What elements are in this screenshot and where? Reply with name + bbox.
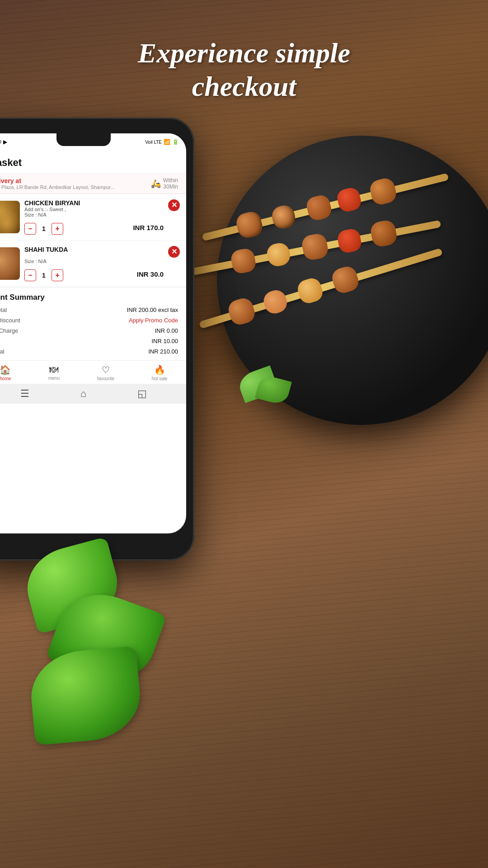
delivery-banner: Delivery at GVR Plaza, LR Bande Rd, Ambe… (0, 174, 186, 194)
biryani-info: CHICKEN BIRYANI Add on's :- Sweet , Size… (24, 199, 164, 235)
pepper-yellow (265, 241, 292, 268)
within-label: Within (163, 177, 178, 184)
meat-10 (330, 264, 361, 295)
cart-item-tukda: SHAHI TUKDA Size : N/A − 1 + (0, 241, 186, 287)
page-title: Basket (0, 157, 178, 169)
headline-line1: Experience simple (0, 36, 488, 70)
home-nav-label: home (0, 376, 11, 381)
menu-nav-icon: 🍽 (49, 364, 58, 375)
delivery-left: Delivery at GVR Plaza, LR Bande Rd, Ambe… (0, 177, 115, 190)
nav-menu[interactable]: 🍽 menu (48, 364, 60, 381)
app-content: 📱 ✉ ▶ Voil LTE 📶 🔋 Basket Delivery at G (0, 133, 186, 533)
payment-summary: ment Summary et total INR 200.00 excl ta… (0, 287, 186, 360)
biryani-addons: Add on's :- Sweet , (24, 207, 164, 212)
meat-9 (261, 288, 289, 316)
nav-hot-sale[interactable]: 🔥 hot sale (152, 364, 168, 381)
meat-1 (235, 210, 265, 240)
subtotal-row: et total INR 200.00 excl tax (0, 307, 178, 313)
tax-row: %) INR 10.00 (0, 338, 178, 344)
delivery-charge-label: ery Charge (0, 327, 18, 334)
biryani-price: INR 170.0 (133, 224, 164, 231)
menu-nav-label: menu (48, 376, 60, 381)
gesture-bar: ☰ ⌂ ◱ (0, 384, 186, 404)
tukda-info: SHAHI TUKDA Size : N/A − 1 + (24, 246, 164, 281)
remove-icon-2: ✕ (171, 248, 177, 255)
cart-item-biryani: CHICKEN BIRYANI Add on's :- Sweet , Size… (0, 194, 186, 241)
biryani-increase-button[interactable]: + (52, 223, 63, 235)
meat-8 (226, 296, 257, 327)
menu-gesture-button[interactable]: ☰ (20, 388, 29, 400)
subtotal-value: INR 200.00 excl tax (127, 307, 178, 313)
bottom-nav: 🏠 home 🍽 menu ♡ favourite 🔥 hot sale (0, 360, 186, 384)
meat-7 (369, 219, 398, 248)
delivery-charge-value: INR 0.00 (155, 327, 178, 334)
plus-icon-2: + (55, 272, 59, 279)
nav-favourite[interactable]: ♡ favourite (97, 364, 114, 381)
meat-4 (368, 176, 399, 207)
back-gesture-button[interactable]: ◱ (137, 388, 147, 400)
tax-value: INR 10.00 (151, 338, 178, 344)
total-label: l Total (0, 348, 5, 355)
pepper-red (336, 227, 363, 254)
promo-code-button[interactable]: Apply Promo Code (129, 317, 178, 324)
tukda-name: SHAHI TUKDA (24, 246, 164, 253)
biryani-quantity: 1 (40, 225, 48, 232)
total-row: l Total INR 210.00 (0, 348, 178, 355)
minus-icon-2: − (28, 272, 32, 279)
lte-indicator: Voil LTE (145, 140, 162, 145)
tukda-decrease-button[interactable]: − (24, 269, 36, 281)
meat-6 (300, 232, 329, 261)
biryani-decrease-button[interactable]: − (24, 223, 36, 235)
tukda-thumbnail (0, 247, 20, 280)
biryani-quantity-controls: − 1 + (24, 223, 63, 235)
phone-screen: 📱 ✉ ▶ Voil LTE 📶 🔋 Basket Delivery at G (0, 133, 186, 533)
plus-icon: + (55, 225, 59, 232)
status-left-icons: 📱 ✉ ▶ (0, 139, 7, 145)
meat-2 (270, 203, 297, 231)
delivery-time: 30Min (163, 184, 178, 190)
delivery-charge-row: ery Charge INR 0.00 (0, 327, 178, 334)
favourite-nav-label: favourite (97, 376, 114, 381)
wifi-icon: 📶 (164, 139, 170, 145)
discount-row: on Discount Apply Promo Code (0, 317, 178, 324)
remove-icon: ✕ (171, 202, 177, 209)
delivery-right: 🛵 Within 30Min (151, 177, 178, 190)
nav-home[interactable]: 🏠 home (0, 364, 11, 381)
meat-5 (230, 247, 257, 275)
minus-icon: − (28, 225, 32, 232)
food-image-area (181, 127, 488, 570)
tukda-addon-spacer (24, 253, 164, 259)
headline: Experience simple checkout (0, 36, 488, 104)
delivery-address: GVR Plaza, LR Bande Rd, Ambedkar Layout,… (0, 184, 115, 190)
status-right-icons: Voil LTE 📶 🔋 (145, 139, 179, 145)
app-header: Basket (0, 151, 186, 174)
tukda-increase-button[interactable]: + (52, 269, 63, 281)
camera-icon: ▶ (3, 139, 7, 145)
delivery-truck-icon: 🛵 (151, 179, 161, 189)
tukda-size: Size : N/A (24, 259, 164, 264)
herb-leaves (27, 547, 136, 796)
biryani-controls-row: − 1 + INR 170.0 (24, 220, 164, 235)
hot-sale-nav-label: hot sale (152, 376, 168, 381)
headline-line2: checkout (0, 70, 488, 103)
payment-title: ment Summary (0, 293, 178, 302)
tukda-remove-button[interactable]: ✕ (168, 246, 180, 258)
pepper-yellow2 (296, 276, 325, 306)
bowl (217, 136, 488, 425)
tukda-quantity-controls: − 1 + (24, 269, 63, 281)
discount-label: on Discount (0, 317, 20, 324)
tukda-controls-row: − 1 + INR 30.0 (24, 267, 164, 281)
total-value: INR 210.00 (148, 348, 178, 355)
tukda-price: INR 30.0 (137, 270, 164, 278)
hot-sale-nav-icon: 🔥 (154, 364, 165, 375)
biryani-remove-button[interactable]: ✕ (168, 199, 180, 211)
home-gesture-button[interactable]: ⌂ (80, 388, 86, 400)
pepper-1 (305, 193, 333, 222)
meat-3 (335, 186, 363, 213)
leaf-3 (28, 646, 144, 745)
phone-notch (56, 133, 111, 146)
biryani-size: Size : N/A (24, 212, 164, 217)
biryani-thumbnail (0, 201, 20, 233)
home-nav-icon: 🏠 (0, 364, 11, 375)
mail-icon: ✉ (0, 139, 1, 145)
